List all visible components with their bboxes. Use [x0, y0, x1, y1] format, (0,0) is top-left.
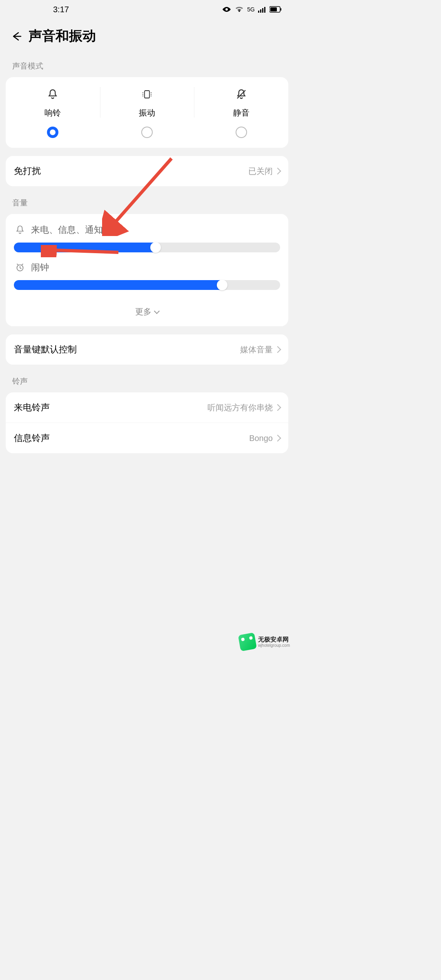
dnd-card: 免打扰 已关闭	[6, 156, 288, 186]
section-ringtones-label: 铃声	[0, 373, 294, 392]
ringtone-volume-label: 来电、信息、通知	[31, 224, 103, 236]
mode-ring-label: 响铃	[45, 107, 61, 118]
page-title: 声音和振动	[29, 27, 96, 45]
incoming-ringtone-row[interactable]: 来电铃声 听闻远方有你串烧	[6, 392, 288, 423]
header: 声音和振动	[0, 19, 294, 58]
incoming-ringtone-value: 听闻远方有你串烧	[207, 402, 273, 413]
bell-icon	[45, 87, 60, 102]
bell-outline-icon	[14, 224, 26, 236]
alarm-icon	[14, 261, 26, 274]
chevron-down-icon	[154, 308, 160, 314]
svg-rect-5	[281, 8, 281, 11]
back-button[interactable]	[8, 28, 24, 45]
svg-rect-3	[264, 7, 265, 13]
message-ringtone-title: 信息铃声	[14, 432, 50, 444]
watermark-cn: 无极安卓网	[258, 636, 290, 643]
volume-key-value-wrap: 媒体音量	[240, 344, 280, 355]
volume-key-row[interactable]: 音量键默认控制 媒体音量	[6, 334, 288, 365]
alarm-volume-slider[interactable]	[14, 280, 280, 290]
alarm-volume-label: 闹钟	[31, 261, 49, 274]
watermark-en: wjhotelgroup.com	[258, 643, 290, 648]
svg-rect-6	[270, 7, 277, 11]
dnd-row[interactable]: 免打扰 已关闭	[6, 156, 288, 186]
message-ringtone-row[interactable]: 信息铃声 Bongo	[6, 423, 288, 453]
alarm-volume-label-row: 闹钟	[14, 261, 280, 274]
ringtones-card: 来电铃声 听闻远方有你串烧 信息铃声 Bongo	[6, 392, 288, 453]
section-volume-label: 音量	[0, 194, 294, 214]
mode-ring[interactable]: 响铃	[6, 87, 100, 138]
chevron-right-icon	[274, 168, 281, 175]
more-label: 更多	[135, 306, 151, 317]
status-time: 3:17	[53, 5, 69, 14]
status-icons: 5G	[222, 6, 282, 13]
mode-mute[interactable]: 静音	[194, 87, 288, 138]
svg-rect-0	[258, 11, 259, 13]
mode-vibrate[interactable]: 振动	[100, 87, 194, 138]
ringtone-volume-label-row: 来电、信息、通知	[14, 224, 280, 236]
dnd-value: 已关闭	[248, 166, 273, 177]
wifi-icon	[235, 6, 244, 13]
watermark-logo-icon	[238, 633, 256, 651]
dnd-title: 免打扰	[14, 165, 41, 177]
status-bar: 3:17 5G	[0, 0, 294, 19]
volume-more-button[interactable]: 更多	[14, 299, 280, 325]
incoming-ringtone-title: 来电铃声	[14, 401, 50, 414]
network-type: 5G	[247, 6, 255, 13]
mode-vibrate-label: 振动	[139, 107, 155, 118]
radio-vibrate[interactable]	[141, 127, 153, 138]
battery-icon	[270, 6, 282, 13]
svg-rect-1	[260, 9, 261, 13]
vibrate-icon	[140, 87, 154, 102]
volume-key-title: 音量键默认控制	[14, 343, 77, 356]
sound-mode-card: 响铃 振动 静音	[6, 77, 288, 148]
volume-key-card: 音量键默认控制 媒体音量	[6, 334, 288, 365]
eye-icon	[222, 6, 232, 13]
volume-key-value: 媒体音量	[240, 344, 273, 355]
chevron-right-icon	[274, 346, 281, 353]
volume-card: 来电、信息、通知 闹钟 更多	[6, 214, 288, 326]
chevron-right-icon	[274, 404, 281, 411]
section-sound-mode-label: 声音模式	[0, 58, 294, 77]
svg-rect-7	[145, 91, 149, 98]
slider-thumb[interactable]	[217, 280, 227, 290]
radio-ring[interactable]	[47, 127, 58, 138]
incoming-ringtone-value-wrap: 听闻远方有你串烧	[207, 402, 280, 413]
signal-icon	[258, 6, 266, 13]
mute-icon	[234, 87, 249, 102]
dnd-value-wrap: 已关闭	[248, 166, 280, 177]
chevron-right-icon	[274, 435, 281, 442]
mode-mute-label: 静音	[233, 107, 249, 118]
slider-thumb[interactable]	[150, 242, 161, 253]
svg-rect-2	[262, 8, 263, 13]
ringtone-volume-slider[interactable]	[14, 243, 280, 252]
watermark: 无极安卓网 wjhotelgroup.com	[239, 634, 290, 650]
radio-mute[interactable]	[236, 127, 247, 138]
message-ringtone-value-wrap: Bongo	[249, 434, 280, 443]
message-ringtone-value: Bongo	[249, 434, 273, 443]
